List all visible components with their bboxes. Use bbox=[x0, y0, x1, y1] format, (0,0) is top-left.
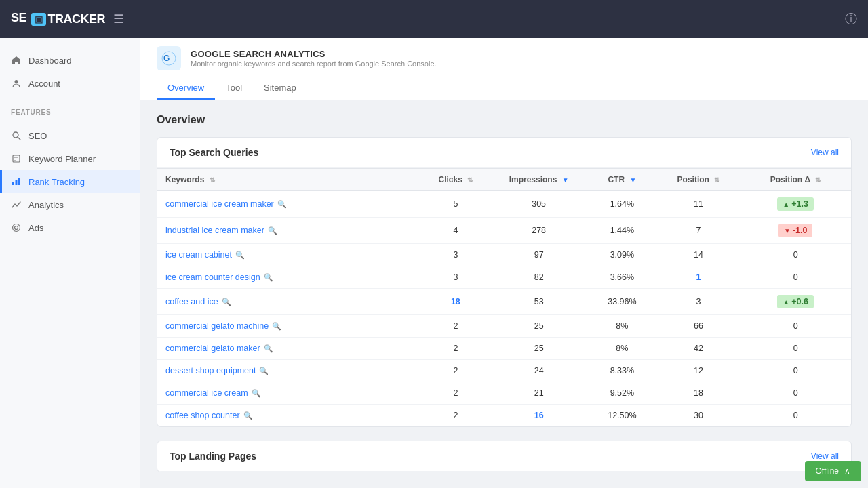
cell-position-delta: 0 bbox=[740, 360, 851, 382]
svg-text:SE: SE bbox=[11, 11, 27, 24]
sidebar-item-account[interactable]: Account bbox=[0, 72, 140, 95]
search-small-icon: 🔍 bbox=[235, 251, 245, 260]
cell-impressions: 278 bbox=[490, 218, 587, 244]
keyword-link[interactable]: coffee and ice 🔍 bbox=[165, 297, 413, 306]
table-row: commercial ice cream maker 🔍53051.64%11▲… bbox=[157, 191, 851, 218]
tab-overview[interactable]: Overview bbox=[157, 77, 215, 100]
queries-table-body: commercial ice cream maker 🔍53051.64%11▲… bbox=[157, 191, 851, 427]
sidebar-item-dashboard[interactable]: Dashboard bbox=[0, 49, 140, 72]
cell-impressions: 25 bbox=[490, 315, 587, 338]
offline-badge[interactable]: Offline ∧ bbox=[805, 461, 861, 481]
sidebar-label-rank-tracking: Rank Tracking bbox=[28, 177, 85, 187]
logo-box-icon: ▣ bbox=[31, 13, 46, 26]
keyword-link[interactable]: ice cream counter design 🔍 bbox=[165, 272, 413, 282]
search-small-icon: 🔍 bbox=[252, 389, 261, 398]
sort-icon-position: ⇅ bbox=[714, 176, 719, 184]
cell-ctr: 1.64% bbox=[587, 191, 656, 218]
top-search-queries-card: Top Search Queries View all Keywords ⇅ C… bbox=[157, 137, 852, 427]
search-small-icon: 🔍 bbox=[268, 226, 277, 235]
help-icon[interactable]: ⓘ bbox=[845, 11, 857, 27]
cell-clicks: 3 bbox=[421, 266, 490, 289]
edit-icon bbox=[11, 153, 22, 164]
keyword-link[interactable]: commercial ice cream 🔍 bbox=[165, 388, 413, 398]
cell-impressions: 97 bbox=[490, 244, 587, 266]
sidebar-label-seo: SEO bbox=[28, 131, 47, 141]
sidebar-item-seo[interactable]: SEO bbox=[0, 124, 140, 147]
sidebar-label-account: Account bbox=[28, 79, 60, 89]
cell-position-delta: 0 bbox=[740, 266, 851, 289]
sidebar-item-keyword-planner[interactable]: Keyword Planner bbox=[0, 147, 140, 170]
page-tabs: Overview Tool Sitemap bbox=[157, 77, 852, 100]
table-row: coffee and ice 🔍185333.96%3▲+0.6 bbox=[157, 289, 851, 315]
col-header-position[interactable]: Position ⇅ bbox=[657, 169, 741, 191]
cell-position: 12 bbox=[657, 360, 741, 382]
logo: SE ▣ TRACKER bbox=[11, 9, 105, 29]
col-header-impressions[interactable]: Impressions ▼ bbox=[490, 169, 587, 191]
keyword-link[interactable]: industrial ice cream maker 🔍 bbox=[165, 226, 413, 235]
sidebar-item-rank-tracking[interactable]: Rank Tracking bbox=[0, 170, 140, 193]
page-header-icon: G bbox=[157, 46, 181, 70]
svg-point-12 bbox=[15, 226, 18, 230]
cell-position-delta: 0 bbox=[740, 405, 851, 427]
cell-ctr: 12.50% bbox=[587, 405, 656, 427]
table-row: dessert shop equipment 🔍2248.33%120 bbox=[157, 360, 851, 382]
col-header-position-delta[interactable]: Position Δ ⇅ bbox=[740, 169, 851, 191]
keyword-link[interactable]: dessert shop equipment 🔍 bbox=[165, 366, 413, 375]
delta-neutral: 0 bbox=[793, 272, 798, 282]
sidebar-item-analytics[interactable]: Analytics bbox=[0, 193, 140, 216]
cell-position-delta: 0 bbox=[740, 338, 851, 360]
sidebar-item-ads[interactable]: Ads bbox=[0, 216, 140, 239]
keyword-link[interactable]: commercial gelato maker 🔍 bbox=[165, 344, 413, 353]
delta-badge-negative: ▼-1.0 bbox=[778, 224, 812, 237]
offline-label: Offline bbox=[816, 466, 839, 476]
search-icon bbox=[11, 130, 22, 141]
keyword-link[interactable]: coffee shop counter 🔍 bbox=[165, 411, 413, 420]
table-header-row: Keywords ⇅ Clicks ⇅ Impressions ▼ bbox=[157, 169, 851, 191]
features-section-label: FEATURES bbox=[0, 100, 140, 119]
chart-bar-icon bbox=[11, 176, 22, 187]
delta-neutral: 0 bbox=[793, 321, 798, 331]
top-landing-pages-card: Top Landing Pages View all bbox=[157, 441, 852, 472]
delta-neutral: 0 bbox=[793, 250, 798, 260]
table-row: commercial gelato machine 🔍2258%660 bbox=[157, 315, 851, 338]
sort-icon-impressions: ▼ bbox=[562, 176, 569, 184]
delta-badge-positive: ▲+1.3 bbox=[777, 197, 814, 211]
cell-clicks: 2 bbox=[421, 382, 490, 405]
cell-impressions: 16 bbox=[490, 405, 587, 427]
cell-position: 18 bbox=[657, 382, 741, 405]
table-row: commercial gelato maker 🔍2258%420 bbox=[157, 338, 851, 360]
col-header-clicks[interactable]: Clicks ⇅ bbox=[421, 169, 490, 191]
top-navigation: SE ▣ TRACKER ☰ ⓘ bbox=[0, 0, 868, 38]
keyword-link[interactable]: commercial ice cream maker 🔍 bbox=[165, 199, 413, 209]
cell-impressions: 25 bbox=[490, 338, 587, 360]
sort-icon-position-delta: ⇅ bbox=[815, 176, 821, 184]
cell-position: 11 bbox=[657, 191, 741, 218]
table-row: ice cream counter design 🔍3823.66%10 bbox=[157, 266, 851, 289]
page-title: GOOGLE SEARCH ANALYTICS bbox=[191, 49, 437, 59]
keyword-link[interactable]: commercial gelato machine 🔍 bbox=[165, 321, 413, 331]
overview-title: Overview bbox=[157, 114, 852, 126]
tab-sitemap[interactable]: Sitemap bbox=[253, 77, 307, 100]
svg-point-11 bbox=[13, 224, 20, 232]
keyword-link[interactable]: ice cream cabinet 🔍 bbox=[165, 250, 413, 260]
cell-position: 66 bbox=[657, 315, 741, 338]
col-header-keywords[interactable]: Keywords ⇅ bbox=[157, 169, 421, 191]
view-all-landing-link[interactable]: View all bbox=[811, 451, 839, 461]
content-area: Overview Top Search Queries View all Key… bbox=[140, 100, 868, 488]
table-row: coffee shop counter 🔍21612.50%300 bbox=[157, 405, 851, 427]
tab-tool[interactable]: Tool bbox=[215, 77, 253, 100]
cell-impressions: 24 bbox=[490, 360, 587, 382]
home-icon bbox=[11, 55, 22, 66]
hamburger-menu-icon[interactable]: ☰ bbox=[113, 12, 124, 26]
cell-ctr: 1.44% bbox=[587, 218, 656, 244]
view-all-queries-link[interactable]: View all bbox=[811, 148, 839, 157]
svg-text:G: G bbox=[163, 54, 170, 63]
chevron-up-icon: ∧ bbox=[844, 466, 850, 476]
cell-clicks: 3 bbox=[421, 244, 490, 266]
svg-point-1 bbox=[15, 80, 18, 83]
cell-ctr: 3.09% bbox=[587, 244, 656, 266]
col-header-ctr[interactable]: CTR ▼ bbox=[587, 169, 656, 191]
cell-position: 30 bbox=[657, 405, 741, 427]
sidebar-label-dashboard: Dashboard bbox=[28, 56, 72, 66]
cell-position: 14 bbox=[657, 244, 741, 266]
